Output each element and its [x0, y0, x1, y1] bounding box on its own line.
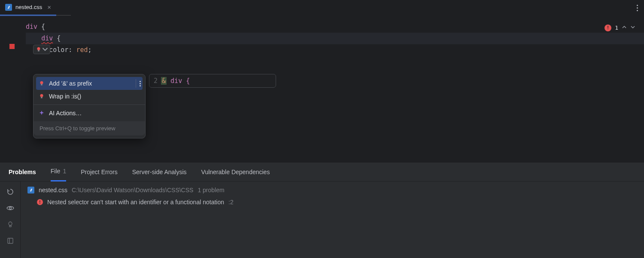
quickfix-label: AI Actions…	[49, 110, 82, 117]
chevron-down-icon	[42, 46, 48, 53]
panel-tabs: Problems File 1 Project Errors Server-si…	[0, 163, 644, 181]
intention-bulb-button[interactable]	[33, 45, 50, 54]
svg-rect-8	[9, 226, 11, 227]
preview-line-number: 2	[154, 77, 158, 85]
file-tab-label: nested.css	[15, 4, 42, 10]
quickfix-add-prefix[interactable]: Add '&' as prefix	[36, 77, 143, 90]
gutter	[0, 16, 26, 162]
svg-rect-9	[8, 238, 13, 243]
problem-entry[interactable]: ! Nested selector can't start with an id…	[27, 199, 632, 206]
problems-file-header[interactable]: ⫽ nested.css C:\Users\David Watson\Downl…	[27, 187, 632, 194]
problems-panel: Problems File 1 Project Errors Server-si…	[0, 162, 644, 258]
problems-file-path: C:\Users\David Watson\Downloads\CSS\CSS	[72, 187, 193, 194]
layout-icon[interactable]	[6, 236, 15, 245]
svg-point-7	[9, 222, 12, 225]
tab-problems[interactable]: Problems	[9, 163, 36, 181]
problems-list: ⫽ nested.css C:\Users\David Watson\Downl…	[21, 181, 639, 258]
tab-vulnerable-deps[interactable]: Vulnerable Dependencies	[201, 163, 270, 181]
svg-point-4	[40, 94, 43, 97]
more-options-icon[interactable]	[136, 79, 141, 88]
css-file-icon: ⫽	[5, 4, 12, 11]
tab-overflow-menu[interactable]	[637, 5, 638, 11]
menu-separator	[33, 104, 145, 105]
problem-message: Nested selector can't start with an iden…	[47, 199, 224, 206]
css-file-icon: ⫽	[27, 187, 34, 194]
lightbulb-icon	[39, 93, 45, 99]
file-tab[interactable]: ⫽ nested.css ×	[0, 0, 56, 16]
error-icon: !	[37, 199, 43, 205]
lightbulb-icon	[39, 80, 45, 86]
quickfix-label: Wrap in :is()	[49, 93, 81, 100]
close-icon[interactable]: ×	[47, 4, 51, 10]
quickfix-preview: 2 & div {	[149, 74, 276, 88]
svg-rect-1	[38, 50, 39, 52]
tab-server-side[interactable]: Server-side Analysis	[132, 163, 187, 181]
code-line: color: red;	[26, 44, 644, 56]
quickfix-label: Add '&' as prefix	[49, 80, 92, 87]
svg-point-6	[9, 207, 11, 209]
svg-point-2	[40, 81, 43, 84]
svg-point-0	[37, 47, 40, 50]
quickfix-menu: Add '&' as prefix Wrap in :is() AI Actio…	[33, 74, 146, 138]
quickfix-ai-actions[interactable]: AI Actions…	[33, 107, 145, 120]
lightbulb-icon[interactable]	[6, 220, 15, 229]
tab-bar: ⫽ nested.css ×	[0, 0, 644, 16]
eye-icon[interactable]	[6, 204, 15, 212]
quickfix-hint: Press Ctrl+Q to toggle preview	[33, 121, 145, 135]
preview-code: & div {	[161, 77, 190, 85]
panel-toolbar	[0, 181, 21, 258]
scrollbar[interactable]	[639, 181, 644, 258]
svg-rect-5	[41, 97, 43, 98]
editor-area: ! 1 div { div { color: red;	[0, 16, 644, 162]
problems-file-summary: 1 problem	[197, 187, 224, 194]
lightbulb-icon	[36, 46, 42, 52]
sparkle-icon	[39, 110, 45, 116]
breakpoint-marker[interactable]	[9, 44, 15, 49]
svg-rect-3	[41, 84, 43, 86]
problems-file-name: nested.css	[39, 187, 67, 194]
problem-location: :2	[228, 199, 234, 206]
refresh-icon[interactable]	[6, 187, 15, 196]
code-line: div {	[26, 33, 644, 44]
panel-body: ⫽ nested.css C:\Users\David Watson\Downl…	[0, 181, 644, 258]
quickfix-wrap-is[interactable]: Wrap in :is()	[33, 90, 145, 103]
tab-underline	[0, 15, 71, 15]
code-line: div {	[26, 21, 644, 33]
tab-file[interactable]: File 1	[51, 163, 66, 181]
tab-project-errors[interactable]: Project Errors	[81, 163, 118, 181]
